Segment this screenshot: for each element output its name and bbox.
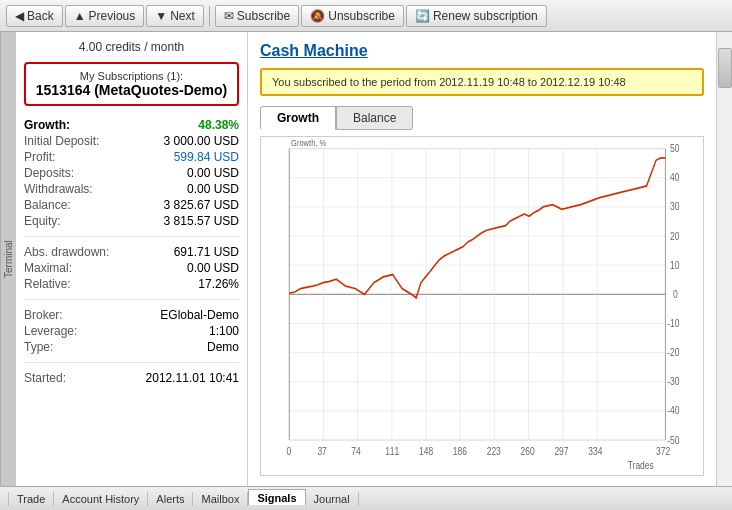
bottom-tab-alerts[interactable]: Alerts bbox=[148, 492, 193, 506]
balance-row: Balance: 3 825.67 USD bbox=[24, 198, 239, 212]
svg-text:-40: -40 bbox=[667, 404, 679, 416]
subscribe-icon: ✉ bbox=[224, 9, 234, 23]
withdrawals-label: Withdrawals: bbox=[24, 182, 93, 196]
scrollbar[interactable] bbox=[716, 32, 732, 486]
svg-text:-30: -30 bbox=[667, 375, 679, 387]
equity-label: Equity: bbox=[24, 214, 61, 228]
subscription-title: My Subscriptions (1): bbox=[34, 70, 229, 82]
unsubscribe-icon: 🔕 bbox=[310, 9, 325, 23]
svg-text:10: 10 bbox=[670, 259, 679, 271]
deposits-row: Deposits: 0.00 USD bbox=[24, 166, 239, 180]
growth-label: Growth: bbox=[24, 118, 70, 132]
leverage-value: 1:100 bbox=[209, 324, 239, 338]
deposits-value: 0.00 USD bbox=[187, 166, 239, 180]
svg-text:-20: -20 bbox=[667, 346, 679, 358]
svg-text:Growth, %: Growth, % bbox=[291, 138, 327, 149]
withdrawals-row: Withdrawals: 0.00 USD bbox=[24, 182, 239, 196]
previous-button[interactable]: ▲ Previous bbox=[65, 5, 145, 27]
svg-text:-10: -10 bbox=[667, 317, 679, 329]
tab-growth[interactable]: Growth bbox=[260, 106, 336, 130]
growth-value: 48.38% bbox=[198, 118, 239, 132]
bottom-tab-account-history[interactable]: Account History bbox=[54, 492, 148, 506]
back-button[interactable]: ◀ Back bbox=[6, 5, 63, 27]
svg-text:30: 30 bbox=[670, 201, 679, 213]
type-value: Demo bbox=[207, 340, 239, 354]
content-area: Cash Machine You subscribed to the perio… bbox=[248, 32, 716, 486]
maximal-value: 0.00 USD bbox=[187, 261, 239, 275]
svg-text:50: 50 bbox=[670, 142, 679, 154]
bottom-bar: Trade Account History Alerts Mailbox Sig… bbox=[0, 486, 732, 510]
svg-text:-50: -50 bbox=[667, 434, 679, 446]
svg-text:148: 148 bbox=[419, 445, 433, 457]
toolbar: ◀ Back ▲ Previous ▼ Next ✉ Subscribe 🔕 U… bbox=[0, 0, 732, 32]
back-icon: ◀ bbox=[15, 9, 24, 23]
main-container: Terminal 4.00 credits / month My Subscri… bbox=[0, 32, 732, 486]
abs-drawdown-value: 691.71 USD bbox=[174, 245, 239, 259]
next-icon: ▼ bbox=[155, 9, 167, 23]
profit-row: Profit: 599.84 USD bbox=[24, 150, 239, 164]
credits-label: 4.00 credits / month bbox=[24, 40, 239, 54]
abs-drawdown-row: Abs. drawdown: 691.71 USD bbox=[24, 245, 239, 259]
previous-icon: ▲ bbox=[74, 9, 86, 23]
broker-label: Broker: bbox=[24, 308, 63, 322]
renew-button[interactable]: 🔄 Renew subscription bbox=[406, 5, 547, 27]
initial-deposit-row: Initial Deposit: 3 000.00 USD bbox=[24, 134, 239, 148]
subscription-id: 1513164 (MetaQuotes-Demo) bbox=[34, 82, 229, 98]
balance-label: Balance: bbox=[24, 198, 71, 212]
svg-text:Trades: Trades bbox=[628, 459, 654, 471]
separator bbox=[209, 6, 210, 26]
right-with-scroll: Cash Machine You subscribed to the perio… bbox=[248, 32, 732, 486]
subscription-box: My Subscriptions (1): 1513164 (MetaQuote… bbox=[24, 62, 239, 106]
divider2 bbox=[24, 299, 239, 300]
signal-title[interactable]: Cash Machine bbox=[260, 42, 704, 60]
initial-deposit-label: Initial Deposit: bbox=[24, 134, 99, 148]
type-row: Type: Demo bbox=[24, 340, 239, 354]
unsubscribe-button[interactable]: 🔕 Unsubscribe bbox=[301, 5, 404, 27]
equity-value: 3 815.57 USD bbox=[164, 214, 239, 228]
started-row: Started: 2012.11.01 10:41 bbox=[24, 371, 239, 385]
svg-text:334: 334 bbox=[588, 445, 603, 457]
equity-row: Equity: 3 815.57 USD bbox=[24, 214, 239, 228]
scrollbar-thumb[interactable] bbox=[718, 48, 732, 88]
maximal-label: Maximal: bbox=[24, 261, 72, 275]
subscription-notice: You subscribed to the period from 2012.1… bbox=[260, 68, 704, 96]
svg-text:37: 37 bbox=[317, 445, 326, 457]
terminal-label[interactable]: Terminal bbox=[0, 32, 16, 486]
divider1 bbox=[24, 236, 239, 237]
maximal-row: Maximal: 0.00 USD bbox=[24, 261, 239, 275]
withdrawals-value: 0.00 USD bbox=[187, 182, 239, 196]
svg-text:260: 260 bbox=[521, 445, 535, 457]
bottom-tab-journal[interactable]: Journal bbox=[306, 492, 359, 506]
left-panel: 4.00 credits / month My Subscriptions (1… bbox=[16, 32, 248, 486]
bottom-tab-mailbox[interactable]: Mailbox bbox=[193, 492, 248, 506]
started-value: 2012.11.01 10:41 bbox=[146, 371, 239, 385]
stats-section: Growth: 48.38% Initial Deposit: 3 000.00… bbox=[24, 118, 239, 385]
broker-row: Broker: EGlobal-Demo bbox=[24, 308, 239, 322]
svg-text:0: 0 bbox=[673, 288, 678, 300]
svg-text:74: 74 bbox=[351, 445, 361, 457]
svg-text:297: 297 bbox=[554, 445, 568, 457]
profit-value: 599.84 USD bbox=[174, 150, 239, 164]
broker-value: EGlobal-Demo bbox=[160, 308, 239, 322]
growth-row: Growth: 48.38% bbox=[24, 118, 239, 132]
abs-drawdown-label: Abs. drawdown: bbox=[24, 245, 109, 259]
tabs-row: Growth Balance bbox=[260, 106, 704, 130]
initial-deposit-value: 3 000.00 USD bbox=[164, 134, 239, 148]
balance-value: 3 825.67 USD bbox=[164, 198, 239, 212]
tab-balance[interactable]: Balance bbox=[336, 106, 413, 130]
renew-icon: 🔄 bbox=[415, 9, 430, 23]
bottom-tab-trade[interactable]: Trade bbox=[8, 492, 54, 506]
svg-text:186: 186 bbox=[453, 445, 467, 457]
relative-value: 17.26% bbox=[198, 277, 239, 291]
svg-text:20: 20 bbox=[670, 230, 679, 242]
next-button[interactable]: ▼ Next bbox=[146, 5, 204, 27]
bottom-tab-signals[interactable]: Signals bbox=[248, 489, 305, 505]
svg-text:0: 0 bbox=[286, 445, 291, 457]
chart-area: .grid-line { stroke: #ddd; stroke-width:… bbox=[260, 136, 704, 476]
subscribe-button[interactable]: ✉ Subscribe bbox=[215, 5, 299, 27]
profit-label: Profit: bbox=[24, 150, 55, 164]
type-label: Type: bbox=[24, 340, 53, 354]
svg-text:372: 372 bbox=[656, 445, 670, 457]
svg-text:40: 40 bbox=[670, 171, 679, 183]
svg-text:223: 223 bbox=[487, 445, 501, 457]
